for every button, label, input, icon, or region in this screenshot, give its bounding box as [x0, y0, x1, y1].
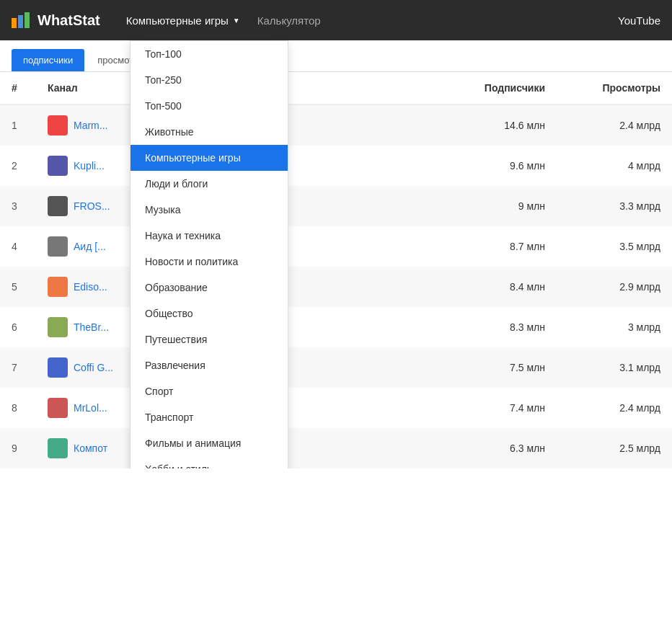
col-subscribers: Подписчики: [441, 72, 557, 104]
cell-rank: 6: [0, 307, 36, 347]
cell-subscribers: 9.6 млн: [441, 146, 557, 186]
cell-subscribers: 8.3 млн: [441, 307, 557, 347]
dropdown-item-people[interactable]: Люди и блоги: [131, 171, 288, 197]
dropdown-item-society[interactable]: Общество: [131, 301, 288, 326]
dropdown-item-education[interactable]: Образование: [131, 275, 288, 301]
logo[interactable]: WhatStat: [12, 12, 100, 29]
table-row: 3 FROS... 9 млн3.3 млрд: [0, 186, 672, 226]
cell-subscribers: 7.5 млн: [441, 347, 557, 388]
dropdown-item-transport[interactable]: Транспорт: [131, 404, 288, 430]
nav-gaming-label: Компьютерные игры: [126, 14, 229, 27]
dropdown-item-gaming[interactable]: Компьютерные игры: [131, 145, 288, 171]
nav-gaming[interactable]: Компьютерные игры ▼: [118, 0, 249, 40]
avatar: [48, 196, 68, 216]
table-row: 9 Компот 6.3 млн2.5 млрд: [0, 428, 672, 468]
dropdown-item-sport[interactable]: Спорт: [131, 378, 288, 404]
channel-name[interactable]: MrLol...: [74, 402, 107, 414]
col-rank: #: [0, 72, 36, 104]
cell-rank: 1: [0, 104, 36, 146]
channel-name[interactable]: Marm...: [74, 120, 107, 131]
table-row: 7 Coffi G... 7.5 млн3.1 млрд: [0, 347, 672, 388]
cell-views: 3 млрд: [557, 307, 672, 347]
header: WhatStat Компьютерные игры ▼ Калькулятор…: [0, 0, 672, 40]
cell-rank: 2: [0, 146, 36, 186]
table-row: 4 Аид [... 8.7 млн3.5 млрд: [0, 226, 672, 267]
table-row: 6 TheBr... 8.3 млн3 млрд: [0, 307, 672, 347]
dropdown-item-science[interactable]: Наука и техника: [131, 223, 288, 249]
dropdown-item-travel[interactable]: Путешествия: [131, 326, 288, 352]
svg-rect-1: [18, 15, 23, 28]
channel-name[interactable]: Kupli...: [74, 160, 105, 172]
cell-views: 2.4 млрд: [557, 388, 672, 428]
logo-icon: [12, 12, 32, 28]
channel-name[interactable]: TheBr...: [74, 321, 109, 333]
dropdown-menu: Топ-100 Топ-250 Топ-500 Животные Компьют…: [130, 40, 288, 468]
table-row: 8 MrLol... 7.4 млн2.4 млрд: [0, 388, 672, 428]
cell-rank: 4: [0, 226, 36, 267]
table-container: # Канал Подписчики Просмотры 1 Marm... 1…: [0, 72, 672, 468]
youtube-link[interactable]: YouTube: [618, 14, 660, 27]
dropdown-item-top100[interactable]: Топ-100: [131, 41, 288, 67]
avatar: [48, 156, 68, 176]
cell-rank: 7: [0, 347, 36, 388]
cell-subscribers: 6.3 млн: [441, 428, 557, 468]
channel-name[interactable]: FROS...: [74, 200, 110, 212]
channel-name[interactable]: Компот: [74, 443, 107, 454]
dropdown-item-hobby[interactable]: Хобби и стиль: [131, 456, 288, 468]
cell-views: 2.5 млрд: [557, 428, 672, 468]
cell-views: 3.1 млрд: [557, 347, 672, 388]
avatar: [48, 236, 68, 257]
cell-views: 3.3 млрд: [557, 186, 672, 226]
dropdown-item-animals[interactable]: Животные: [131, 119, 288, 145]
avatar: [48, 115, 68, 135]
dropdown-item-news[interactable]: Новости и политика: [131, 249, 288, 275]
channel-name[interactable]: Coffi G...: [74, 362, 113, 373]
cell-subscribers: 8.7 млн: [441, 226, 557, 267]
cell-subscribers: 9 млн: [441, 186, 557, 226]
cell-views: 4 млрд: [557, 146, 672, 186]
dropdown-item-entertainment[interactable]: Развлечения: [131, 352, 288, 378]
cell-subscribers: 14.6 млн: [441, 104, 557, 146]
svg-rect-2: [25, 12, 30, 28]
avatar: [48, 317, 68, 337]
tab-subscribers[interactable]: подписчики: [12, 49, 84, 71]
dropdown-item-top500[interactable]: Топ-500: [131, 93, 288, 119]
chevron-down-icon: ▼: [233, 17, 240, 25]
tabs-bar: подписчики просмотры: [0, 40, 672, 72]
cell-subscribers: 8.4 млн: [441, 267, 557, 307]
avatar: [48, 438, 68, 458]
cell-rank: 8: [0, 388, 36, 428]
cell-subscribers: 7.4 млн: [441, 388, 557, 428]
cell-rank: 5: [0, 267, 36, 307]
svg-rect-0: [12, 18, 17, 28]
cell-views: 3.5 млрд: [557, 226, 672, 267]
logo-text: WhatStat: [37, 12, 100, 29]
youtube-label: YouTube: [618, 14, 660, 27]
channels-table: # Канал Подписчики Просмотры 1 Marm... 1…: [0, 72, 672, 468]
channel-name[interactable]: Ediso...: [74, 281, 107, 293]
table-row: 2 Kupli... 9.6 млн4 млрд: [0, 146, 672, 186]
avatar: [48, 398, 68, 418]
nav-calculator[interactable]: Калькулятор: [249, 0, 330, 40]
avatar: [48, 357, 68, 378]
table-header-row: # Канал Подписчики Просмотры: [0, 72, 672, 104]
avatar: [48, 277, 68, 297]
cell-views: 2.9 млрд: [557, 267, 672, 307]
cell-rank: 3: [0, 186, 36, 226]
cell-views: 2.4 млрд: [557, 104, 672, 146]
table-row: 1 Marm... 14.6 млн2.4 млрд: [0, 104, 672, 146]
dropdown-item-films[interactable]: Фильмы и анимация: [131, 430, 288, 456]
table-row: 5 Ediso... 8.4 млн2.9 млрд: [0, 267, 672, 307]
nav-calculator-label: Калькулятор: [257, 14, 321, 27]
dropdown-item-music[interactable]: Музыка: [131, 197, 288, 223]
dropdown-item-top250[interactable]: Топ-250: [131, 67, 288, 93]
cell-rank: 9: [0, 428, 36, 468]
col-views: Просмотры: [557, 72, 672, 104]
channel-name[interactable]: Аид [...: [74, 241, 106, 252]
